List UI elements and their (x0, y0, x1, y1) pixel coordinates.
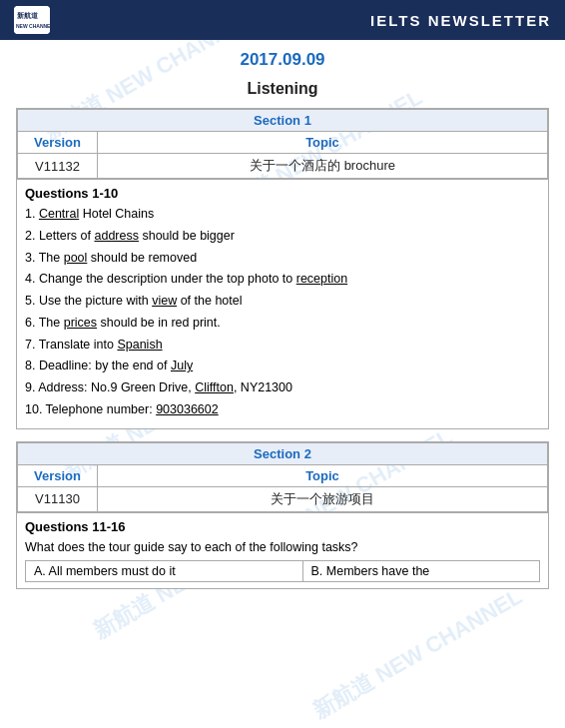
section2-label: Section 2 (18, 442, 548, 464)
svg-text:NEW CHANNEL: NEW CHANNEL (16, 23, 50, 29)
subtable-row: A. All members must do it B. Members hav… (26, 561, 540, 582)
section1-topic: 关于一个酒店的 brochure (98, 154, 548, 179)
q3: 3. The pool should be removed (25, 249, 540, 268)
section2-questions: Questions 11-16 What does the tour guide… (17, 512, 548, 589)
section2-table: Section 2 Version Topic V11130 关于一个旅游项目 (17, 442, 548, 512)
section2-block: Section 2 Version Topic V11130 关于一个旅游项目 … (16, 441, 549, 590)
section2-subtable: A. All members must do it B. Members hav… (25, 560, 540, 582)
section2-questions-title: Questions 11-16 (25, 519, 540, 534)
section1-version: V11132 (18, 154, 98, 179)
section2-col-version: Version (18, 464, 98, 486)
q2: 2. Letters of address should be bigger (25, 227, 540, 246)
q1: 1. Central Hotel Chains (25, 205, 540, 224)
q8: 8. Deadline: by the end of July (25, 357, 540, 375)
section1-block: Section 1 Version Topic V11132 关于一个酒店的 b… (16, 108, 549, 429)
section1-questions: Questions 1-10 1. Central Hotel Chains 2… (17, 179, 548, 428)
subtable-cell-a: A. All members must do it (26, 561, 303, 582)
section1-col-version: Version (18, 132, 98, 154)
logo-icon: 新航道 NEW CHANNEL (14, 6, 50, 34)
q6: 6. The prices should be in red print. (25, 314, 540, 333)
section1-col-header: Version Topic (18, 132, 548, 154)
main-title: Listening (16, 80, 549, 98)
q10: 10. Telephone number: 903036602 (25, 400, 540, 419)
section2-version: V11130 (18, 486, 98, 511)
logo: 新航道 NEW CHANNEL (14, 6, 50, 34)
date: 2017.09.09 (16, 50, 549, 70)
section1-table: Section 1 Version Topic V11132 关于一个酒店的 b… (17, 109, 548, 179)
section2-col-topic: Topic (98, 464, 548, 486)
svg-rect-0 (14, 6, 50, 34)
header-title: IELTS NEWSLETTER (370, 12, 551, 29)
q7: 7. Translate into Spanish (25, 336, 540, 355)
header: 新航道 NEW CHANNEL IELTS NEWSLETTER (0, 0, 565, 40)
main-content: 2017.09.09 Listening Section 1 Version T… (0, 40, 565, 611)
section2-intro: What does the tour guide say to each of … (25, 538, 540, 557)
section2-topic: 关于一个旅游项目 (98, 486, 548, 511)
q5: 5. Use the picture with view of the hote… (25, 292, 540, 311)
q9: 9. Address: No.9 Green Drive, Cliffton, … (25, 378, 540, 397)
section2-col-header: Version Topic (18, 464, 548, 486)
q4: 4. Change the description under the top … (25, 270, 540, 289)
section2-data-row: V11130 关于一个旅游项目 (18, 486, 548, 511)
section1-data-row: V11132 关于一个酒店的 brochure (18, 154, 548, 179)
section1-label: Section 1 (18, 110, 548, 132)
section2-header-row: Section 2 (18, 442, 548, 464)
section1-questions-title: Questions 1-10 (25, 186, 540, 201)
svg-text:新航道: 新航道 (17, 11, 39, 19)
section1-header-row: Section 1 (18, 110, 548, 132)
section1-col-topic: Topic (98, 132, 548, 154)
subtable-cell-b: B. Members have the (302, 561, 539, 582)
